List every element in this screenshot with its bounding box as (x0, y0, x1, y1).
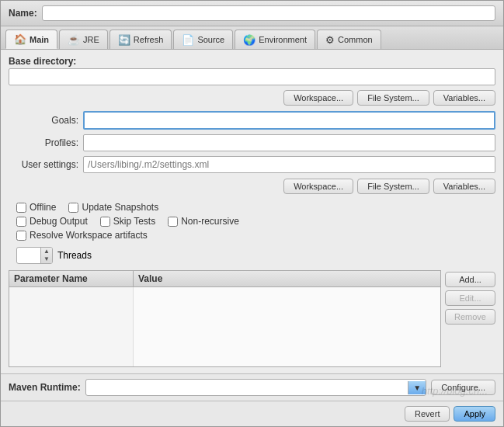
maven-runtime-input[interactable]: EMBEDDED (3.3.9/1.7.0.20160603-1931) (86, 380, 408, 395)
refresh-icon: 🔄 (118, 34, 130, 46)
col-parameter-name-header: Parameter Name (9, 271, 134, 286)
jre-icon: ☕ (68, 34, 80, 46)
offline-checkbox-item: Offline (16, 202, 56, 213)
checkboxes-section: Offline Update Snapshots Debug Output Sk… (9, 202, 495, 241)
tab-refresh[interactable]: 🔄 Refresh (109, 30, 172, 49)
offline-checkbox[interactable] (16, 203, 26, 213)
checkbox-row-2: Debug Output Skip Tests Non-recursive (16, 216, 495, 227)
threads-input[interactable]: 1 (17, 248, 40, 262)
maven-runtime-select-wrap[interactable]: EMBEDDED (3.3.9/1.7.0.20160603-1931) ▼ (85, 379, 426, 396)
name-label: Name: (9, 8, 37, 19)
maven-runtime-section: Maven Runtime: EMBEDDED (3.3.9/1.7.0.201… (1, 373, 503, 401)
threads-label: Threads (57, 250, 92, 261)
tab-environment[interactable]: 🌍 Environment (235, 30, 315, 49)
filesystem-button-2[interactable]: File System... (357, 179, 429, 194)
title-bar: Name: backend_server (1, 1, 503, 26)
base-directory-section: Base directory: ${workspace_loc:/backend… (9, 56, 495, 85)
main-content: Base directory: ${workspace_loc:/backend… (1, 50, 503, 373)
tab-jre[interactable]: ☕ JRE (59, 30, 108, 49)
revert-button[interactable]: Revert (405, 406, 450, 422)
maven-dropdown-button[interactable]: ▼ (408, 381, 426, 394)
workspace-button-2[interactable]: Workspace... (283, 179, 353, 194)
parameter-table-section: Parameter Name Value Add... Edit... Remo… (9, 270, 495, 367)
user-settings-input[interactable] (83, 156, 495, 173)
non-recursive-checkbox-item: Non-recursive (168, 216, 239, 227)
col-value-header: Value (134, 271, 440, 286)
filesystem-button-1[interactable]: File System... (357, 90, 429, 106)
user-settings-buttons: Workspace... File System... Variables... (9, 179, 495, 194)
tab-main[interactable]: 🏠 Main (5, 30, 57, 49)
update-snapshots-checkbox[interactable] (68, 203, 78, 213)
offline-label: Offline (30, 202, 56, 213)
goals-input[interactable]: clean jetty : run (83, 111, 495, 130)
workspace-button-1[interactable]: Workspace... (283, 90, 353, 106)
tab-common[interactable]: ⚙ Common (317, 30, 381, 49)
user-settings-row: User settings: (9, 156, 495, 173)
spinner-down-arrow[interactable]: ▼ (41, 255, 52, 263)
non-recursive-label: Non-recursive (181, 216, 239, 227)
resolve-workspace-checkbox[interactable] (16, 231, 26, 241)
environment-icon: 🌍 (243, 34, 255, 46)
common-icon: ⚙ (325, 34, 335, 46)
run-configuration-dialog: Name: backend_server 🏠 Main ☕ JRE 🔄 Refr… (0, 0, 504, 427)
profiles-label: Profiles: (9, 137, 78, 148)
skip-tests-checkbox-item: Skip Tests (100, 216, 155, 227)
resolve-workspace-checkbox-item: Resolve Workspace artifacts (16, 230, 148, 241)
goals-row: Goals: clean jetty : run (9, 111, 495, 130)
footer-buttons: http://blog.cn... Revert Apply (1, 401, 503, 426)
table-header: Parameter Name Value (9, 271, 440, 287)
table-col-values (134, 287, 440, 366)
debug-output-checkbox-item: Debug Output (16, 216, 88, 227)
base-dir-buttons: Workspace... File System... Variables... (9, 90, 495, 106)
non-recursive-checkbox[interactable] (168, 217, 178, 227)
profiles-row: Profiles: (9, 134, 495, 151)
table-body (9, 287, 440, 366)
profiles-input[interactable] (83, 134, 495, 151)
edit-button[interactable]: Edit... (445, 290, 495, 306)
add-button[interactable]: Add... (445, 272, 495, 287)
debug-output-checkbox[interactable] (16, 217, 26, 227)
update-snapshots-checkbox-item: Update Snapshots (68, 202, 158, 213)
resolve-workspace-label: Resolve Workspace artifacts (30, 230, 148, 241)
name-input[interactable]: backend_server (42, 5, 495, 21)
table-col-names (9, 287, 134, 366)
update-snapshots-label: Update Snapshots (82, 202, 158, 213)
spinner-up-arrow[interactable]: ▲ (41, 248, 52, 255)
configure-button[interactable]: Configure... (431, 380, 495, 395)
main-icon: 🏠 (14, 33, 26, 45)
variables-button-1[interactable]: Variables... (433, 90, 495, 106)
checkbox-row-1: Offline Update Snapshots (16, 202, 495, 213)
tab-source[interactable]: 📄 Source (173, 30, 233, 49)
variables-button-2[interactable]: Variables... (433, 179, 495, 194)
goals-label: Goals: (9, 115, 78, 126)
maven-runtime-label: Maven Runtime: (9, 382, 81, 393)
parameter-table: Parameter Name Value (9, 270, 441, 367)
spinner-arrows: ▲ ▼ (40, 248, 52, 263)
remove-button[interactable]: Remove (445, 309, 495, 325)
base-directory-input[interactable]: ${workspace_loc:/backend} (9, 68, 495, 85)
threads-spinner[interactable]: 1 ▲ ▼ (16, 247, 53, 264)
skip-tests-checkbox[interactable] (100, 217, 110, 227)
debug-output-label: Debug Output (30, 216, 88, 227)
source-icon: 📄 (182, 34, 194, 46)
user-settings-label: User settings: (9, 159, 78, 170)
base-directory-label: Base directory: (9, 56, 495, 67)
apply-button[interactable]: Apply (454, 406, 495, 422)
tabs-bar: 🏠 Main ☕ JRE 🔄 Refresh 📄 Source 🌍 Enviro… (1, 26, 503, 50)
threads-row: 1 ▲ ▼ Threads (9, 247, 495, 264)
table-action-buttons: Add... Edit... Remove (445, 270, 495, 367)
skip-tests-label: Skip Tests (113, 216, 155, 227)
checkbox-row-3: Resolve Workspace artifacts (16, 230, 495, 241)
